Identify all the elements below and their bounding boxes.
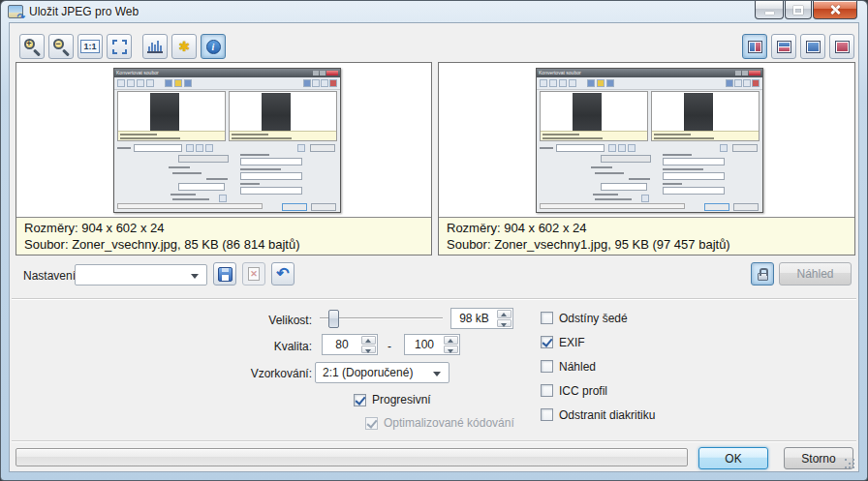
nested-toolbar — [114, 77, 340, 90]
minimize-button[interactable] — [755, 1, 784, 19]
file-text: Soubor: Zoner_vsechny1.jpg, 95 KB (97 45… — [447, 236, 847, 253]
option-row-2[interactable]: EXIF — [541, 330, 754, 354]
zoom-out-button[interactable]: − — [48, 34, 74, 59]
optimized-checkbox-row: Optimalizované kódování — [365, 412, 514, 434]
save-settings-button[interactable] — [213, 262, 236, 286]
checkbox-icon[interactable] — [541, 336, 553, 348]
option-row-5[interactable]: Odstranit diakritiku — [541, 403, 754, 427]
option-label: ICC profil — [559, 384, 607, 398]
option-label: Náhled — [559, 360, 596, 374]
sampling-dropdown[interactable]: 2:1 (Doporučené) — [315, 362, 450, 383]
delete-settings-button[interactable]: ✕ — [242, 262, 265, 286]
split-vertical-button[interactable] — [742, 34, 767, 59]
nested-preview-left — [540, 91, 648, 141]
spin-down-icon[interactable] — [361, 346, 376, 354]
fit-to-window-button[interactable] — [107, 34, 132, 59]
preview-pane-compressed[interactable]: Konvertovat soubor — [439, 63, 854, 217]
app-icon — [8, 5, 23, 18]
close-button[interactable] — [813, 1, 857, 19]
undo-icon: ↶ — [276, 266, 289, 282]
sampling-label: Vzorkování: — [155, 367, 312, 380]
cancel-button-label: Storno — [801, 452, 835, 466]
size-slider-thumb[interactable] — [328, 310, 339, 328]
separator — [12, 440, 856, 442]
checkbox-icon[interactable] — [354, 394, 366, 406]
spin-down-icon[interactable] — [497, 319, 512, 328]
single-preview-right-button[interactable] — [829, 34, 854, 59]
info-bar-original: Rozměry: 904 x 602 x 24 Soubor: Zoner_vs… — [16, 217, 431, 255]
preview-image: Konvertovat soubor — [536, 68, 763, 213]
info-button[interactable]: i — [201, 34, 226, 59]
split-horizontal-button[interactable] — [771, 34, 796, 59]
option-row-3[interactable]: Náhled — [541, 354, 754, 378]
size-value: 98 kB — [451, 312, 497, 325]
maximize-icon — [793, 6, 803, 15]
settings-label: Nastavení: — [23, 269, 78, 283]
lock-preview-button[interactable] — [751, 262, 774, 286]
checkbox-icon[interactable] — [541, 312, 553, 324]
quality-min-value: 80 — [323, 338, 361, 351]
save-icon — [218, 267, 232, 282]
checkbox-icon[interactable] — [541, 360, 553, 373]
nested-titlebar: Konvertovat soubor — [537, 69, 762, 77]
preview-pane-original[interactable]: Konvertovat soubor — [16, 63, 431, 217]
single-preview-left-button[interactable] — [800, 34, 825, 59]
nested-preview-right — [229, 91, 337, 141]
option-row-4[interactable]: ICC profil — [541, 378, 754, 403]
nested-titlebar: Konvertovat soubor — [114, 69, 340, 77]
optimized-label: Optimalizované kódování — [384, 416, 514, 430]
checkbox-icon — [365, 417, 378, 430]
quality-dash: - — [388, 340, 391, 353]
quality-max-spinner[interactable]: 100 — [404, 334, 460, 355]
progressive-label: Progresivní — [372, 393, 431, 406]
nested-preview-left — [117, 91, 226, 141]
option-label: Odstíny šedé — [559, 312, 628, 325]
cancel-button[interactable]: Storno — [784, 447, 853, 469]
separator — [12, 298, 856, 300]
progress-bar — [16, 448, 688, 466]
dimensions-text: Rozměry: 904 x 602 x 24 — [24, 220, 423, 236]
progressive-checkbox-row[interactable]: Progresivní — [354, 389, 431, 410]
spin-up-icon[interactable] — [444, 336, 458, 345]
info-bar-compressed: Rozměry: 904 x 602 x 24 Soubor: Zoner_vs… — [439, 217, 854, 255]
resize-grip[interactable] — [845, 459, 856, 470]
settings-dropdown[interactable] — [75, 264, 207, 286]
quality-min-spinner[interactable]: 80 — [322, 334, 378, 355]
actual-size-icon: 1:1 — [80, 40, 99, 53]
option-label: EXIF — [559, 336, 585, 349]
zoom-in-icon: + — [24, 39, 41, 55]
zoom-out-icon: − — [53, 39, 70, 55]
preview-panel-original: Konvertovat soubor — [16, 62, 432, 256]
nested-toolbar — [537, 77, 762, 90]
spin-up-icon[interactable] — [361, 336, 376, 345]
size-label: Velikost: — [155, 314, 312, 327]
actual-size-button[interactable]: 1:1 — [78, 34, 103, 59]
preview-image: Konvertovat soubor — [113, 68, 341, 213]
checkbox-icon[interactable] — [541, 408, 553, 421]
dimensions-text: Rozměry: 904 x 602 x 24 — [447, 220, 847, 236]
histogram-button[interactable] — [142, 34, 168, 59]
options-list: Odstíny šedéEXIFNáhledICC profilOdstrani… — [541, 306, 754, 427]
settings-button[interactable]: ✱ — [171, 34, 197, 59]
minimize-icon — [765, 12, 774, 15]
lock-icon — [758, 273, 768, 281]
fit-to-window-icon — [112, 40, 127, 54]
dialog-window: Uložit JPEG pro Web + − 1:1 ✱ i — [0, 0, 868, 481]
spin-down-icon[interactable] — [444, 346, 458, 354]
preview-button[interactable]: Náhled — [779, 262, 852, 286]
zoom-in-button[interactable]: + — [19, 34, 45, 59]
single-preview-left-icon — [806, 41, 821, 53]
info-icon: i — [206, 40, 221, 54]
reset-settings-button[interactable]: ↶ — [271, 262, 294, 286]
window-title: Uložit JPEG pro Web — [29, 5, 139, 18]
spin-up-icon[interactable] — [497, 310, 512, 318]
option-row-1[interactable]: Odstíny šedé — [541, 306, 754, 330]
nested-title: Konvertovat soubor — [539, 71, 581, 75]
checkbox-icon[interactable] — [541, 384, 553, 397]
file-text: Soubor: Zoner_vsechny.jpg, 85 KB (86 814… — [24, 236, 423, 253]
dialog-content: + − 1:1 ✱ i — [9, 22, 859, 472]
size-spinner[interactable]: 98 kB — [450, 308, 513, 329]
settings-icon: ✱ — [178, 40, 190, 53]
maximize-button[interactable] — [785, 1, 812, 19]
ok-button[interactable]: OK — [698, 447, 768, 469]
